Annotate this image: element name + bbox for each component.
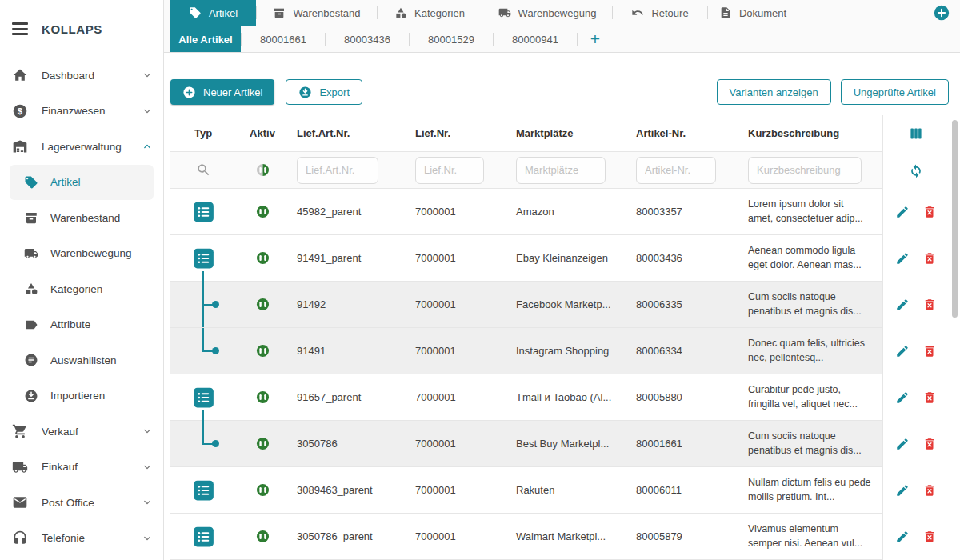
row-aktiv-cell[interactable] <box>236 189 289 234</box>
delete-trash-icon[interactable] <box>922 390 937 405</box>
show-variants-button[interactable]: Varianten anzeigen <box>717 79 831 105</box>
row-aktiv-cell[interactable] <box>236 514 289 559</box>
row-lief-nr: 7000001 <box>407 484 508 496</box>
column-header-aktiv[interactable]: Aktiv <box>236 115 289 151</box>
sidebar-subitem-artikel[interactable]: Artikel <box>10 165 154 201</box>
delete-trash-icon[interactable] <box>922 298 937 312</box>
tab-artikel[interactable]: Artikel <box>170 0 256 26</box>
tab-dokument[interactable]: Dokument <box>708 0 798 26</box>
filter-input-lief-nr-[interactable] <box>415 157 484 184</box>
row-aktiv-cell[interactable] <box>236 328 289 374</box>
edit-pencil-icon[interactable] <box>895 483 910 498</box>
delete-trash-icon[interactable] <box>922 437 937 451</box>
row-lief-art-nr: 91491 <box>289 345 407 357</box>
tab-kategorien[interactable]: Kategorien <box>378 0 482 26</box>
tab-divider <box>798 6 798 19</box>
row-lief-nr: 7000001 <box>407 345 508 357</box>
column-header-typ[interactable]: Typ <box>170 115 236 151</box>
column-header-lief-art-nr-[interactable]: Lief.Art.Nr. <box>289 127 407 139</box>
sidebar-item-dashboard[interactable]: Dashboard <box>0 58 163 94</box>
edit-pencil-icon[interactable] <box>895 437 910 451</box>
delete-trash-icon[interactable] <box>922 205 937 219</box>
chevron-down-icon <box>141 69 154 82</box>
edit-pencil-icon[interactable] <box>895 251 910 266</box>
edit-pencil-icon[interactable] <box>895 390 910 405</box>
add-article-tab-button[interactable]: + <box>578 26 613 52</box>
new-article-button[interactable]: Neuer Artikel <box>170 79 274 105</box>
delete-trash-icon[interactable] <box>922 483 937 498</box>
subtab-80001529[interactable]: 80001529 <box>410 26 493 52</box>
mail-icon <box>12 494 28 510</box>
filter-input-artikel-nr-[interactable] <box>636 157 716 184</box>
table-row: 91491_parent7000001Ebay Kleinanzeigen800… <box>170 235 948 282</box>
subtab-label: Alle Artikel <box>178 34 232 46</box>
row-typ-cell <box>170 282 236 327</box>
sidebar-header: KOLLAPS <box>0 0 163 58</box>
row-aktiv-cell[interactable] <box>236 421 289 466</box>
row-kurzbeschreibung: Vivamus elementum semper nisi. Aenean vu… <box>740 522 882 550</box>
sidebar-subitem-kategorien[interactable]: Kategorien <box>10 271 154 307</box>
sidebar-subitem-warenbewegung[interactable]: Warenbewegung <box>10 236 154 272</box>
vertical-scrollbar[interactable] <box>952 120 958 318</box>
filter-aktiv-cell[interactable] <box>236 152 289 188</box>
row-aktiv-cell[interactable] <box>236 467 289 513</box>
sidebar-item-telefonie[interactable]: Telefonie <box>0 521 163 557</box>
sidebar-item-finanzwesen[interactable]: $Finanzwesen <box>0 94 163 130</box>
sidebar-item-lagerverwaltung[interactable]: Lagerverwaltung <box>0 129 163 165</box>
subtab-80003436[interactable]: 80003436 <box>326 26 409 52</box>
sidebar-subitem-importieren[interactable]: Importieren <box>10 378 154 414</box>
tab-warenbewegung[interactable]: Warenbewegung <box>482 0 612 26</box>
article-list-icon[interactable] <box>193 200 214 224</box>
menu-icon[interactable] <box>12 22 28 35</box>
article-list-icon[interactable] <box>193 386 214 410</box>
tab-warenbestand[interactable]: Warenbestand <box>257 0 377 26</box>
sidebar-item-post-office[interactable]: Post Office <box>0 485 163 521</box>
export-button[interactable]: Export <box>286 79 362 105</box>
subtab-alle-artikel[interactable]: Alle Artikel <box>170 26 241 52</box>
sidebar-subitem-warenbestand[interactable]: Warenbestand <box>10 200 154 236</box>
refresh-icon[interactable] <box>908 162 924 178</box>
tab-retoure[interactable]: Retoure <box>613 0 707 26</box>
column-header-lief-nr-[interactable]: Lief.Nr. <box>407 127 508 139</box>
sidebar-subitem-auswahllisten[interactable]: Auswahllisten <box>10 342 154 378</box>
delete-trash-icon[interactable] <box>922 251 937 266</box>
delete-trash-icon[interactable] <box>922 530 937 544</box>
column-header-artikel-nr-[interactable]: Artikel-Nr. <box>628 127 740 139</box>
edit-pencil-icon[interactable] <box>895 530 910 544</box>
article-list-icon[interactable] <box>193 246 214 270</box>
row-typ-cell <box>170 328 236 374</box>
content-area: Neuer Artikel Export Varianten anzeigen … <box>164 53 960 560</box>
unchecked-articles-button[interactable]: Ungeprüfte Artikel <box>841 79 949 105</box>
edit-pencil-icon[interactable] <box>895 205 910 219</box>
delete-trash-icon[interactable] <box>922 344 937 358</box>
subtab-80000941[interactable]: 80000941 <box>494 26 577 52</box>
add-tab-button[interactable] <box>933 4 950 22</box>
label-icon <box>24 318 38 332</box>
row-lief-art-nr: 45982_parent <box>289 206 407 218</box>
column-header-kurzbeschreibung[interactable]: Kurzbeschreibung <box>740 127 882 139</box>
filter-input-kurzbeschreibung[interactable] <box>748 157 862 184</box>
filter-input-lief-art-nr-[interactable] <box>297 157 378 184</box>
sidebar-subitem-attribute[interactable]: Attribute <box>10 307 154 343</box>
import-circle-icon <box>24 389 38 403</box>
columns-icon[interactable] <box>907 125 925 142</box>
filter-input-marktpl-tze[interactable] <box>516 157 606 184</box>
row-aktiv-cell[interactable] <box>236 235 289 281</box>
row-actions-cell <box>882 282 948 328</box>
filter-actions-cell <box>882 152 948 189</box>
edit-pencil-icon[interactable] <box>895 298 910 312</box>
sidebar-item-einkauf[interactable]: Einkauf <box>0 450 163 486</box>
category-icon <box>24 282 38 296</box>
table-body: 45982_parent7000001Amazon80003357Lorem i… <box>170 189 948 560</box>
article-list-icon[interactable] <box>193 525 214 549</box>
row-aktiv-cell[interactable] <box>236 282 289 327</box>
row-actions-cell <box>882 328 948 374</box>
delivery-truck-icon <box>12 459 28 475</box>
chevron-down-icon <box>141 105 154 118</box>
column-header-marktpl-tze[interactable]: Marktplätze <box>508 127 628 139</box>
article-list-icon[interactable] <box>193 478 214 502</box>
subtab-80001661[interactable]: 80001661 <box>242 26 325 52</box>
sidebar-item-verkauf[interactable]: Verkauf <box>0 414 163 450</box>
edit-pencil-icon[interactable] <box>895 344 910 358</box>
row-aktiv-cell[interactable] <box>236 374 289 420</box>
